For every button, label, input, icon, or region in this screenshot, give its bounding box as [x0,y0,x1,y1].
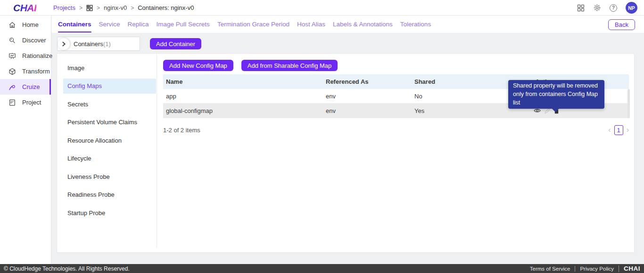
tooltip-line-2: only from containers Config Map list [513,90,600,107]
column-header-name: Name [163,78,323,85]
main-sidebar: Home Discover Rationalize Transform Crui… [0,16,51,264]
breadcrumb-current-page: Containers: nginx-v0 [138,4,194,11]
table-scrollbar[interactable] [627,89,630,118]
magnifier-icon [8,37,16,44]
sidebar-item-discover[interactable]: Discover [0,32,51,48]
footer-divider [619,265,619,272]
clipboard-icon [8,99,16,106]
pagination: 1-2 of 2 items ‹ 1 › [163,125,629,135]
sidebar-item-label: Home [22,21,39,28]
breadcrumb: Projects > > nginx-v0 > Containers: ngin… [53,0,194,16]
help-icon[interactable]: ? [610,4,617,12]
breadcrumb-separator: > [97,5,100,11]
sidebar-item-label: Project [22,99,41,106]
config-nav-persistent-volume-claims[interactable]: Persistent Volume Claims [63,115,156,130]
tooltip-line-1: Shared property will be removed [513,81,600,90]
chai-logo: CHAI [13,2,36,14]
sidebar-item-project[interactable]: Project [0,95,51,110]
cube-icon [8,68,16,75]
add-container-button[interactable]: Add Container [150,38,201,49]
sidebar-item-home[interactable]: Home [0,17,51,32]
tab-tolerations[interactable]: Tolerations [400,16,431,33]
footer-brand: CHAI [624,265,640,272]
home-icon [8,21,16,29]
containers-count: (1) [103,40,111,48]
config-map-actions: Add New Config Map Add from Sharable Con… [163,60,338,71]
config-nav-liveness-probe[interactable]: Liveness Probe [63,169,156,184]
add-sharable-config-map-button[interactable]: Add from Sharable Config Map [241,60,338,71]
sidebar-item-transform[interactable]: Transform [0,64,51,79]
add-new-config-map-button[interactable]: Add New Config Map [163,60,233,71]
work-area: Containers(1) Add Container Image Config… [52,33,644,264]
tab-labels-annotations[interactable]: Labels & Annotations [333,16,393,33]
presentation-chart-icon [8,52,16,60]
sidebar-item-label: Cruize [22,83,40,90]
apps-grid-icon[interactable] [577,4,585,12]
pagination-prev-icon[interactable]: ‹ [608,126,611,134]
breadcrumb-separator: > [131,5,134,11]
workspace-grid-icon[interactable] [86,5,93,11]
tab-service[interactable]: Service [99,16,120,33]
container-config-nav: Image Config Maps Secrets Persistent Vol… [57,54,157,248]
config-nav-config-maps[interactable]: Config Maps [63,79,156,94]
tab-replica[interactable]: Replica [128,16,149,33]
pagination-summary: 1-2 of 2 items [163,127,200,134]
tab-containers[interactable]: Containers [58,16,91,33]
shared-removal-tooltip: Shared property will be removed only fro… [508,80,604,109]
tab-image-pull-secrets[interactable]: Image Pull Secrets [157,16,210,33]
settings-gear-icon[interactable] [593,4,601,12]
config-map-referenced-as: env [323,107,412,114]
pagination-next-icon[interactable]: › [627,126,629,134]
containers-expander: Containers(1) [57,37,140,51]
user-avatar[interactable]: NP [626,2,637,14]
pagination-page-1[interactable]: 1 [614,125,623,135]
chevron-right-icon[interactable] [58,38,70,50]
back-button[interactable]: Back [608,19,635,30]
tab-host-alias[interactable]: Host Alias [297,16,325,33]
config-nav-image[interactable]: Image [63,60,156,75]
config-map-referenced-as: env [323,93,412,100]
sidebar-item-rationalize[interactable]: Rationalize [0,48,51,64]
comet-icon [8,83,16,91]
top-header-bar: CHAI Projects > > nginx-v0 > Containers:… [0,0,644,16]
column-header-shared: Shared [412,78,491,85]
app-root: CHAI Projects > > nginx-v0 > Containers:… [0,0,644,273]
config-map-name: app [163,93,323,100]
footer-bar: © CloudHedge Technologies. All Rights Re… [0,264,644,273]
column-header-referenced-as: Referenced As [323,78,412,85]
tab-termination-grace-period[interactable]: Termination Grace Period [217,16,289,33]
breadcrumb-projects-link[interactable]: Projects [53,4,75,11]
config-nav-secrets[interactable]: Secrets [63,96,156,112]
config-nav-startup-probe[interactable]: Startup Probe [63,205,156,220]
footer-copyright: © CloudHedge Technologies. All Rights Re… [4,265,130,272]
sidebar-item-label: Discover [22,37,46,44]
config-nav-readiness-probe[interactable]: Readiness Probe [63,187,156,202]
sidebar-item-cruize[interactable]: Cruize [0,79,51,95]
config-nav-resource-allocation[interactable]: Resource Allocation [63,133,156,148]
sidebar-item-label: Rationalize [22,52,52,59]
sidebar-item-label: Transform [22,68,50,75]
privacy-policy-link[interactable]: Privacy Policy [580,266,614,272]
config-map-shared: No [412,93,491,100]
containers-title-text: Containers [74,40,103,48]
config-map-shared: Yes [412,107,491,114]
containers-panel-title: Containers(1) [74,37,111,50]
config-map-name: global-configmap [163,107,323,114]
config-nav-lifecycle[interactable]: Lifecycle [63,151,156,166]
terms-of-service-link[interactable]: Terms of Service [530,266,570,272]
page-tabs-bar: Containers Service Replica Image Pull Se… [52,16,644,33]
breadcrumb-app[interactable]: nginx-v0 [104,4,127,11]
breadcrumb-separator: > [79,5,83,11]
footer-divider [575,266,575,272]
top-right-icons: ? NP [577,0,637,16]
